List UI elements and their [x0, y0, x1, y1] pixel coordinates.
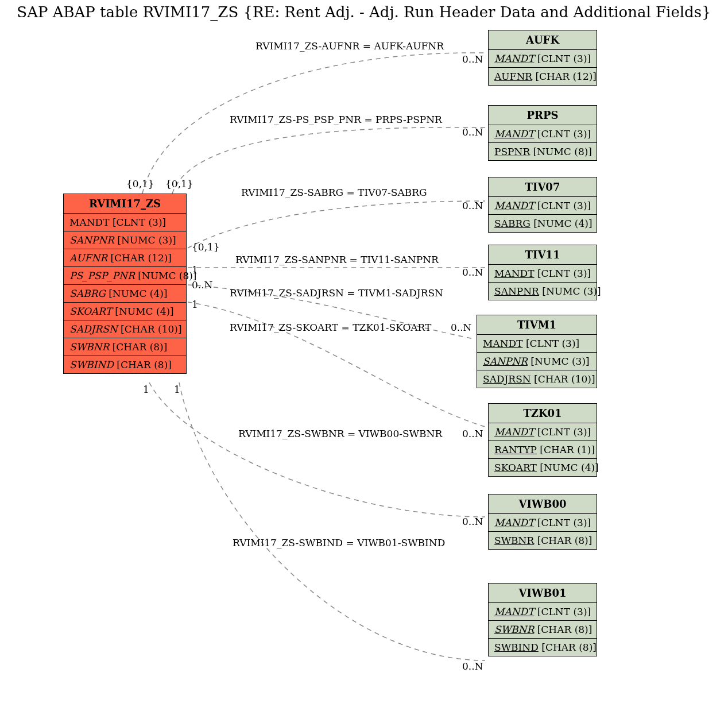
entity-header: TIV07 [488, 177, 597, 197]
cardinality-dst: 0..N [462, 660, 483, 672]
join-label: RVIMI17_ZS-PS_PSP_PNR = PRPS-PSPNR [230, 114, 442, 125]
cardinality-dst: 0..N [462, 428, 483, 439]
entity-header: TIV11 [488, 245, 597, 265]
cardinality-dst: 0..N [462, 266, 483, 278]
entity-header: RVIMI17_ZS [63, 194, 187, 214]
field-row: SWBNR [CHAR (8)] [488, 621, 597, 639]
related-entity: VIWB01MANDT [CLNT (3)]SWBNR [CHAR (8)]SW… [488, 583, 597, 656]
relation-edge [172, 127, 485, 194]
join-label: RVIMI17_ZS-SKOART = TZK01-SKOART [230, 322, 431, 333]
related-entity: TIV07MANDT [CLNT (3)]SABRG [NUMC (4)] [488, 177, 597, 233]
entity-header: PRPS [488, 105, 597, 125]
field-row: SWBNR [CHAR (8)] [488, 532, 597, 550]
relation-edge [179, 382, 485, 660]
field-row: SANPNR [NUMC (3)] [477, 353, 597, 370]
field-row: MANDT [CLNT (3)] [488, 197, 597, 215]
entity-header: VIWB00 [488, 494, 597, 514]
cardinality-src: 1 [192, 299, 198, 310]
cardinality-dst: 0..N [462, 516, 483, 527]
field-row: MANDT [CLNT (3)] [488, 50, 597, 68]
related-entity: PRPSMANDT [CLNT (3)]PSPNR [NUMC (8)] [488, 105, 597, 161]
cardinality-dst: 0..N [462, 53, 483, 65]
field-row: SANPNR [NUMC (3)] [63, 231, 187, 249]
related-entity: TIV11MANDT [CLNT (3)]SANPNR [NUMC (3)] [488, 245, 597, 300]
field-row: MANDT [CLNT (3)] [488, 603, 597, 621]
join-label: RVIMI17_ZS-SANPNR = TIV11-SANPNR [235, 254, 439, 265]
field-row: SWBIND [CHAR (8)] [488, 639, 597, 656]
entity-header: AUFK [488, 30, 597, 50]
main-entity: RVIMI17_ZSMANDT [CLNT (3)]SANPNR [NUMC (… [63, 194, 187, 374]
cardinality-dst: 0..N [462, 126, 483, 138]
field-row: PSPNR [NUMC (8)] [488, 143, 597, 161]
field-row: MANDT [CLNT (3)] [488, 265, 597, 283]
field-row: MANDT [CLNT (3)] [488, 423, 597, 441]
cardinality-src: {0,1} [192, 241, 220, 253]
field-row: SABRG [NUMC (4)] [63, 285, 187, 303]
join-label: RVIMI17_ZS-SWBNR = VIWB00-SWBNR [238, 428, 442, 439]
field-row: SKOART [NUMC (4)] [488, 459, 597, 477]
field-row: SWBNR [CHAR (8)] [63, 338, 187, 356]
related-entity: VIWB00MANDT [CLNT (3)]SWBNR [CHAR (8)] [488, 494, 597, 550]
field-row: MANDT [CLNT (3)] [477, 335, 597, 353]
entity-header: VIWB01 [488, 583, 597, 603]
field-row: RANTYP [CHAR (1)] [488, 441, 597, 459]
field-row: MANDT [CLNT (3)] [63, 214, 187, 231]
field-row: SADJRSN [CHAR (10)] [63, 320, 187, 338]
field-row: SKOART [NUMC (4)] [63, 303, 187, 320]
cardinality-dst: 0..N [462, 200, 483, 211]
field-row: AUFNR [CHAR (12)] [63, 249, 187, 267]
field-row: SWBIND [CHAR (8)] [63, 356, 187, 374]
related-entity: TIVM1MANDT [CLNT (3)]SANPNR [NUMC (3)]SA… [477, 315, 597, 388]
join-label: RVIMI17_ZS-AUFNR = AUFK-AUFNR [255, 40, 444, 52]
related-entity: TZK01MANDT [CLNT (3)]RANTYP [CHAR (1)]SK… [488, 403, 597, 477]
field-row: SABRG [NUMC (4)] [488, 215, 597, 233]
diagram-canvas: SAP ABAP table RVIMI17_ZS {RE: Rent Adj.… [0, 0, 728, 711]
entity-header: TZK01 [488, 403, 597, 423]
cardinality-src: 1 [174, 384, 180, 395]
field-row: SADJRSN [CHAR (10)] [477, 370, 597, 388]
related-entity: AUFKMANDT [CLNT (3)]AUFNR [CHAR (12)] [488, 30, 597, 86]
cardinality-src: 1 [192, 264, 198, 276]
cardinality-src: {0,1} [165, 178, 193, 190]
relation-edge [149, 382, 485, 517]
field-row: AUFNR [CHAR (12)] [488, 68, 597, 86]
join-label: RVIMI17_ZS-SADJRSN = TIVM1-SADJRSN [230, 287, 443, 299]
page-title: SAP ABAP table RVIMI17_ZS {RE: Rent Adj.… [0, 3, 728, 21]
field-row: PS_PSP_PNR [NUMC (8)] [63, 267, 187, 285]
cardinality-src: {0,1} [126, 178, 154, 190]
field-row: MANDT [CLNT (3)] [488, 514, 597, 532]
field-row: MANDT [CLNT (3)] [488, 125, 597, 143]
join-label: RVIMI17_ZS-SWBIND = VIWB01-SWBIND [233, 537, 445, 548]
cardinality-dst: 0..N [451, 322, 472, 333]
relation-edge [188, 302, 485, 427]
join-label: RVIMI17_ZS-SABRG = TIV07-SABRG [241, 187, 427, 198]
cardinality-src: 0..N [192, 279, 213, 291]
cardinality-src: 1 [143, 384, 149, 395]
entity-header: TIVM1 [477, 315, 597, 335]
field-row: SANPNR [NUMC (3)] [488, 283, 597, 300]
relation-edge [188, 201, 485, 248]
